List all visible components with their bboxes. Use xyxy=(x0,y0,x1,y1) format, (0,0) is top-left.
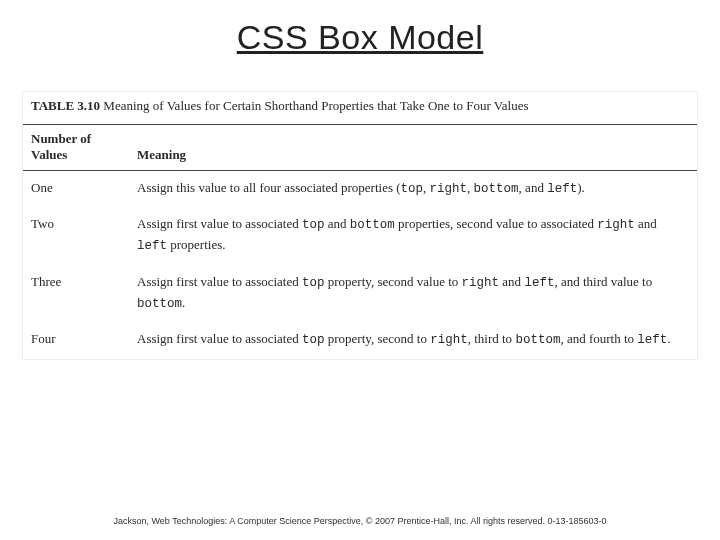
th-line2: Values xyxy=(31,147,67,162)
txt: and xyxy=(325,216,350,231)
kw-top: top xyxy=(302,218,325,232)
cell-meaning: Assign first value to associated top and… xyxy=(129,207,697,265)
kw-right: right xyxy=(462,276,500,290)
table-row: Four Assign first value to associated to… xyxy=(23,322,697,359)
kw-left: left xyxy=(137,239,167,253)
kw-bottom: bottom xyxy=(350,218,395,232)
table-row: One Assign this value to all four associ… xyxy=(23,170,697,207)
slide: CSS Box Model TABLE 3.10 Meaning of Valu… xyxy=(0,0,720,540)
txt: , and xyxy=(519,180,548,195)
kw-left: left xyxy=(547,182,577,196)
txt: Assign first value to associated xyxy=(137,216,302,231)
table-caption: TABLE 3.10 Meaning of Values for Certain… xyxy=(23,92,697,124)
txt: , and fourth to xyxy=(560,331,637,346)
cell-meaning: Assign first value to associated top pro… xyxy=(129,265,697,323)
table-label: TABLE 3.10 xyxy=(31,98,100,113)
txt: properties. xyxy=(167,237,225,252)
txt: properties, second value to associated xyxy=(395,216,598,231)
txt: , and third value to xyxy=(554,274,652,289)
th-meaning: Meaning xyxy=(129,125,697,171)
footer-citation: Jackson, Web Technologies: A Computer Sc… xyxy=(0,516,720,526)
txt: property, second value to xyxy=(325,274,462,289)
kw-top: top xyxy=(401,182,424,196)
txt: , third to xyxy=(468,331,516,346)
table-row: Three Assign first value to associated t… xyxy=(23,265,697,323)
kw-bottom: bottom xyxy=(474,182,519,196)
page-title: CSS Box Model xyxy=(0,0,720,57)
th-line1: Number of xyxy=(31,131,91,146)
txt: Assign first value to associated xyxy=(137,331,302,346)
kw-bottom: bottom xyxy=(515,333,560,347)
txt: Assign first value to associated xyxy=(137,274,302,289)
txt: property, second to xyxy=(325,331,431,346)
cell-meaning: Assign this value to all four associated… xyxy=(129,170,697,207)
table-caption-text-val: Meaning of Values for Certain Shorthand … xyxy=(103,98,528,113)
th-number-of-values: Number of Values xyxy=(23,125,129,171)
kw-top: top xyxy=(302,276,325,290)
cell-n: One xyxy=(23,170,129,207)
txt: and xyxy=(499,274,524,289)
kw-left: left xyxy=(637,333,667,347)
txt: Assign this value to all four associated… xyxy=(137,180,401,195)
table-header-row: Number of Values Meaning xyxy=(23,125,697,171)
kw-left: left xyxy=(524,276,554,290)
cell-n: Four xyxy=(23,322,129,359)
kw-right: right xyxy=(597,218,635,232)
kw-bottom: bottom xyxy=(137,297,182,311)
kw-right: right xyxy=(430,333,468,347)
txt: ). xyxy=(577,180,585,195)
txt: . xyxy=(182,295,185,310)
kw-top: top xyxy=(302,333,325,347)
kw-right: right xyxy=(430,182,468,196)
cell-meaning: Assign first value to associated top pro… xyxy=(129,322,697,359)
cell-n: Two xyxy=(23,207,129,265)
cell-n: Three xyxy=(23,265,129,323)
table-excerpt: TABLE 3.10 Meaning of Values for Certain… xyxy=(22,91,698,360)
txt: . xyxy=(667,331,670,346)
shorthand-values-table: Number of Values Meaning One Assign this… xyxy=(23,124,697,359)
table-row: Two Assign first value to associated top… xyxy=(23,207,697,265)
txt: and xyxy=(635,216,657,231)
